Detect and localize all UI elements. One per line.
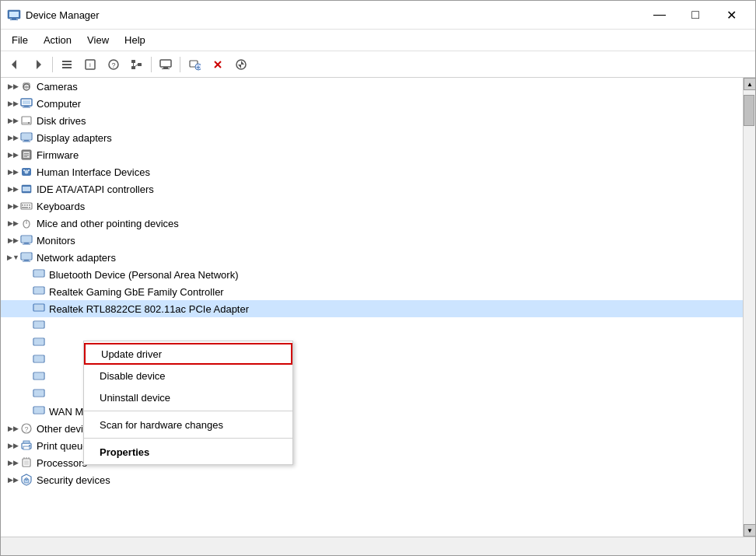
expand-computer[interactable]: ▶ [7,97,19,110]
ctx-uninstall-device[interactable]: Uninstall device [84,386,292,408]
tree-item-firmware[interactable]: ▶ Firmware [1,146,743,163]
menu-action[interactable]: Action [36,31,79,49]
tree-item-disk-drives[interactable]: ▶ Disk drives [1,112,743,129]
tree-item-realtek-rtl[interactable]: Realtek RTL8822CE 802.11ac PCIe Adapter [1,300,743,317]
bluetooth-icon [32,268,46,281]
maximize-button[interactable]: □ [677,2,713,27]
svg-point-52 [28,170,30,171]
toolbar-tree-button[interactable] [126,54,148,75]
tree-item-bluetooth[interactable]: Bluetooth Device (Personal Area Network) [1,266,743,283]
toolbar-list-button[interactable] [56,54,78,75]
ctx-disable-device[interactable]: Disable device [84,365,292,386]
tree-item-hid[interactable]: ▶ Human Interface Devices [1,163,743,180]
network-label: Network adapters [37,252,116,264]
tree-item-realtek-gbe[interactable]: Realtek Gaming GbE Family Controller [1,283,743,300]
expand-firmware[interactable]: ▶ [7,149,19,161]
device-manager-window: Device Manager — □ ✕ File Action View He… [0,0,756,556]
firmware-label: Firmware [37,149,79,161]
disk-drives-label: Disk drives [37,115,86,127]
tree-item-mice[interactable]: ▶ Mice and other pointing devices [1,215,743,232]
toolbar-back-button[interactable] [4,54,26,75]
svg-rect-47 [24,155,29,156]
expand-keyboards[interactable]: ▶ [7,200,19,212]
close-button[interactable]: ✕ [713,2,749,27]
ctx-properties[interactable]: Properties [84,441,292,463]
svg-rect-56 [22,205,23,206]
uninstall-device-label: Uninstall device [100,392,170,404]
tree-item-display-adapters[interactable]: ▶ Display adapters [1,129,743,146]
expand-monitors[interactable]: ▶ [7,234,19,247]
bluetooth-label: Bluetooth Device (Personal Area Network) [49,269,239,281]
svg-rect-71 [23,261,30,262]
svg-rect-81 [34,339,44,344]
svg-text:?: ? [24,425,28,433]
expand-security[interactable]: ▶ [7,474,19,486]
expand-cameras[interactable]: ▶ [7,80,19,93]
svg-text:i: i [89,61,91,68]
tree-item-monitors[interactable]: ▶ Monitors [1,232,743,249]
svg-rect-77 [34,305,44,310]
toolbar-monitor-button[interactable] [155,54,177,75]
processor-icon [19,456,33,470]
expand-display[interactable]: ▶ [7,131,19,144]
svg-rect-70 [24,260,29,261]
tree-item-cameras[interactable]: ▶ Cameras [1,78,743,95]
tree-item-keyboards[interactable]: ▶ Keyboards [1,198,743,215]
toolbar-help-button[interactable]: ? [103,54,124,75]
disk-icon [19,114,33,128]
expand-other[interactable]: ▶ [7,422,19,435]
toolbar-remove-button[interactable] [207,54,229,75]
firmware-icon [19,148,33,162]
security-label: Security devices [37,474,110,486]
ctx-update-driver[interactable]: Update driver [84,343,292,365]
scroll-thumb[interactable] [744,95,754,126]
minimize-button[interactable]: — [642,2,677,27]
svg-rect-67 [23,244,30,245]
display-adapters-label: Display adapters [37,132,112,144]
scroll-down-button[interactable]: ▼ [744,524,755,537]
expand-network[interactable]: ▼ [7,251,19,264]
tree-item-net1[interactable] [1,317,743,334]
svg-point-51 [23,170,25,171]
svg-text:+: + [196,63,200,71]
expand-mice[interactable]: ▶ [7,217,19,229]
ctx-scan-hardware[interactable]: Scan for hardware changes [84,414,292,435]
ide-label: IDE ATA/ATAPI controllers [37,184,154,195]
scroll-up-button[interactable]: ▲ [744,78,755,90]
hid-label: Human Interface Devices [37,166,150,178]
menu-help[interactable]: Help [117,31,153,49]
tree-item-security[interactable]: ▶ Security devices [1,471,743,488]
camera-icon [19,79,33,93]
svg-rect-69 [22,254,31,259]
ctx-separator-2 [84,438,292,439]
tree-item-network[interactable]: ▼ Network adapters [1,249,743,266]
expand-disk[interactable]: ▶ [7,114,19,127]
ctx-separator-1 [84,411,292,411]
toolbar-add-button[interactable]: + + [184,54,205,75]
processors-label: Processors [37,457,87,469]
expand-hid[interactable]: ▶ [7,166,19,178]
toolbar-update-button[interactable] [230,54,252,75]
scan-hardware-label: Scan for hardware changes [100,419,223,431]
toolbar-properties-button[interactable]: i [79,54,101,75]
svg-rect-66 [24,243,29,244]
menu-file[interactable]: File [4,31,36,49]
svg-point-95 [29,445,30,446]
menu-view[interactable]: View [79,31,117,49]
disable-device-label: Disable device [100,370,166,382]
svg-rect-93 [23,441,30,443]
svg-rect-54 [23,187,30,191]
tree-panel[interactable]: ▶ Cameras ▶ Computer ▶ Disk d [1,78,743,537]
vertical-scrollbar[interactable]: ▲ ▼ [743,78,755,537]
svg-marker-4 [12,60,16,69]
expand-print[interactable]: ▶ [7,439,19,452]
toolbar-forward-button[interactable] [27,54,49,75]
svg-rect-34 [23,100,30,104]
ide-icon [19,182,33,196]
cameras-label: Cameras [37,81,78,93]
expand-processors[interactable]: ▶ [7,456,19,469]
tree-item-computer[interactable]: ▶ Computer [1,95,743,112]
expand-ide[interactable]: ▶ [7,183,19,195]
tree-item-ide[interactable]: ▶ IDE ATA/ATAPI controllers [1,180,743,198]
svg-rect-79 [34,322,44,327]
